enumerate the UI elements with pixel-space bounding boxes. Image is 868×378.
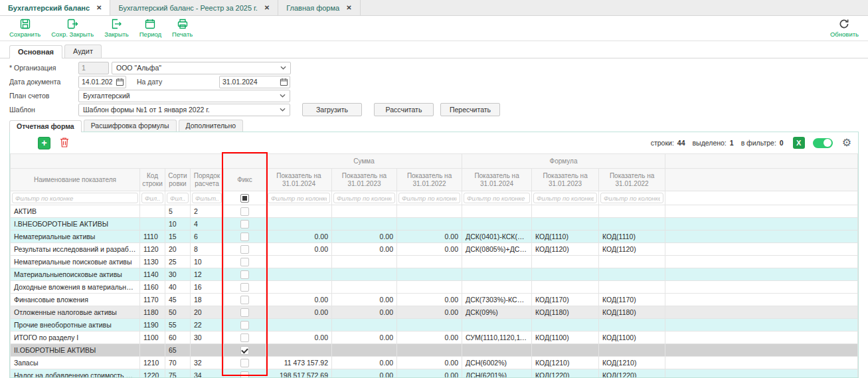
cell-fix[interactable] (224, 231, 266, 243)
column-filter-input[interactable] (167, 193, 189, 203)
save-close-button[interactable]: Сохр. Закрыть (51, 18, 94, 38)
col-header-code[interactable]: Код строки (140, 169, 165, 191)
tab-additional[interactable]: Дополнительно (179, 120, 244, 132)
fix-checkbox[interactable] (240, 233, 249, 241)
organization-code-input[interactable] (78, 62, 109, 74)
tab-formula-breakdown[interactable]: Расшифровка формулы (84, 120, 177, 132)
table-row[interactable]: Финансовые вложения117045180.000.000.00Д… (11, 294, 858, 306)
column-filter-input[interactable] (398, 193, 460, 203)
table-row[interactable]: I.ВНЕОБОРОТНЫЕ АКТИВЫ104 (11, 218, 858, 231)
fix-checkbox[interactable] (240, 308, 249, 317)
table-row[interactable]: Материальныепоисковые активы11403012 (11, 268, 858, 281)
column-filter-input[interactable] (192, 193, 222, 203)
tab-audit[interactable]: Аудит (64, 45, 102, 58)
close-tab-icon[interactable]: ✕ (264, 4, 270, 11)
table-row[interactable]: Нематериальные активы11101560.000.000.00… (11, 231, 858, 243)
fix-checkbox[interactable] (240, 333, 249, 342)
column-filter-input[interactable] (12, 193, 138, 203)
cell-formula-2023 (532, 344, 599, 357)
cell-formula-2024: ДСН(6002%) (462, 357, 532, 369)
fix-checkbox[interactable] (240, 346, 249, 355)
cell-fix[interactable] (224, 294, 266, 306)
table-row[interactable]: АКТИВ52 (11, 205, 858, 218)
close-tab-icon[interactable]: ✕ (346, 4, 351, 11)
col-header-sum-2024[interactable]: Показатель на 31.01.2024 (266, 169, 332, 191)
cell-fix[interactable] (224, 331, 266, 344)
table-row[interactable]: Прочие внеоборотные активы11905522 (11, 319, 858, 331)
table-row[interactable]: Налог на добавленную стоимость по пр...1… (11, 369, 858, 378)
cell-fix[interactable] (224, 268, 266, 281)
organization-select[interactable]: ООО "Альфа" (112, 62, 291, 74)
excel-export-button[interactable]: X (793, 137, 805, 149)
col-header-fix[interactable]: Фикс (224, 169, 266, 191)
cell-fix[interactable] (224, 218, 266, 231)
cell-fix[interactable] (224, 369, 266, 378)
tab-report-form[interactable]: Отчетная форма (9, 120, 82, 132)
cell-fix[interactable] (224, 243, 266, 256)
column-filter-input[interactable] (333, 193, 395, 203)
col-header-formula-2022[interactable]: Показатель на 31.01.2022 (599, 169, 665, 191)
print-button[interactable]: Печать (172, 18, 193, 38)
table-row[interactable]: Нематериальные поисковые активы11302510 (11, 256, 858, 268)
cell-fix[interactable] (224, 205, 266, 218)
recalculate-button[interactable]: Пересчитать (440, 103, 500, 116)
column-filter-input[interactable] (600, 193, 663, 203)
fix-checkbox[interactable] (240, 220, 249, 229)
filter-cell (332, 191, 397, 205)
window-tab-registry[interactable]: Бухгалтерский баланс - Реестр за 2025 г.… (110, 0, 278, 15)
fix-checkbox[interactable] (240, 296, 249, 304)
col-header-name[interactable]: Наименование показателя (11, 169, 140, 191)
fix-checkbox[interactable] (240, 245, 249, 254)
window-tab-balance[interactable]: Бухгалтерский баланс ✕ (0, 0, 110, 15)
fix-checkbox[interactable] (240, 258, 249, 266)
column-filter-input[interactable] (141, 193, 163, 203)
load-button[interactable]: Загрузить (302, 103, 362, 116)
filter-cell-fix[interactable] (224, 191, 266, 205)
col-header-sort[interactable]: Сортировки (165, 169, 191, 191)
cell-fix[interactable] (224, 306, 266, 319)
add-row-button[interactable]: + (38, 137, 50, 149)
col-header-sum-2022[interactable]: Показатель на 31.01.2022 (397, 169, 462, 191)
column-filter-input[interactable] (268, 193, 330, 203)
table-row[interactable]: Результаты исследований и разработок1120… (11, 243, 858, 256)
cell-fix[interactable] (224, 344, 266, 357)
table-row[interactable]: Отложенные налоговые активы118050200.000… (11, 306, 858, 319)
fix-checkbox[interactable] (240, 270, 249, 279)
cell-fix[interactable] (224, 256, 266, 268)
column-filter-input[interactable] (533, 193, 597, 203)
table-row[interactable]: Доходные вложения в материальные ц...116… (11, 281, 858, 294)
period-button[interactable]: Период (139, 18, 161, 38)
calendar-icon[interactable] (116, 78, 124, 86)
calendar-icon[interactable] (280, 78, 288, 86)
chart-of-accounts-select[interactable]: Бухгалтерский (78, 90, 290, 102)
refresh-button[interactable]: Обновить (830, 18, 859, 38)
template-select[interactable]: Шаблон формы №1 от 1 января 2022 г. (78, 104, 290, 116)
close-button[interactable]: Закрыть (104, 18, 129, 38)
close-tab-icon[interactable]: ✕ (96, 4, 102, 11)
col-header-order[interactable]: Порядок расчета (191, 169, 224, 191)
fix-checkbox[interactable] (240, 207, 249, 216)
grid-view-toggle[interactable] (813, 138, 833, 148)
table-row[interactable]: Запасы1210703211 473 157.920.000.00ДСН(6… (11, 357, 858, 369)
cell-formula-2022 (599, 319, 665, 331)
gear-icon[interactable]: ⚙ (842, 138, 851, 148)
col-header-formula-2023[interactable]: Показатель на 31.01.2023 (532, 169, 599, 191)
save-button[interactable]: Сохранить (9, 18, 41, 38)
calculate-button[interactable]: Рассчитать (374, 103, 434, 116)
window-tab-main-form[interactable]: Главная форма ✕ (278, 0, 360, 15)
cell-fix[interactable] (224, 319, 266, 331)
fix-checkbox[interactable] (240, 321, 249, 330)
col-header-sum-2023[interactable]: Показатель на 31.01.2023 (332, 169, 397, 191)
delete-row-button[interactable] (58, 137, 71, 149)
cell-fix[interactable] (224, 357, 266, 369)
tab-main[interactable]: Основная (9, 45, 62, 58)
table-row[interactable]: II.ОБОРОТНЫЕ АКТИВЫ65 (11, 344, 858, 357)
cell-fix[interactable] (224, 281, 266, 294)
fix-checkbox[interactable] (240, 283, 249, 292)
fix-filter-checkbox[interactable] (240, 194, 249, 203)
fix-checkbox[interactable] (240, 371, 249, 378)
table-row[interactable]: ИТОГО по разделу I110060300.000.000.00СУ… (11, 331, 858, 344)
col-header-formula-2024[interactable]: Показатель на 31.01.2024 (462, 169, 532, 191)
column-filter-input[interactable] (464, 193, 530, 203)
fix-checkbox[interactable] (240, 359, 249, 367)
